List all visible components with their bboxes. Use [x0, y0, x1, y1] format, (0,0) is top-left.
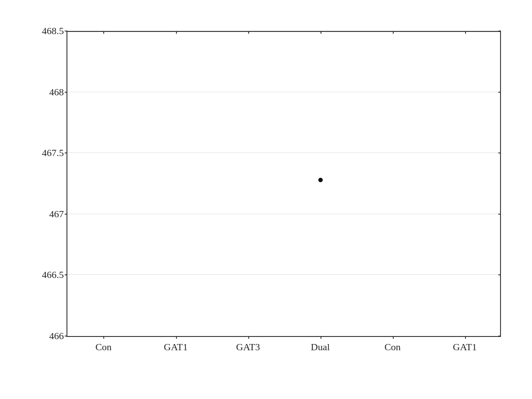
y-right-tick: [498, 153, 501, 153]
y-tick-label: 467: [49, 208, 64, 220]
chart-wrapper: 466466.5467467.5468468.5ConGAT1GAT3DualC…: [22, 18, 510, 381]
y-gridline: [67, 31, 501, 31]
x-tick-mark: [321, 336, 321, 339]
x-tick-label: Con: [95, 341, 112, 353]
y-right-tick: [498, 92, 501, 93]
x-tick-mark: [393, 336, 394, 339]
x-tick-label: GAT1: [164, 341, 188, 353]
x-top-tick: [248, 31, 249, 34]
top-border: [67, 31, 501, 32]
x-tick-label: Dual: [311, 341, 330, 353]
x-tick-label: GAT1: [453, 341, 477, 353]
x-top-tick: [321, 31, 321, 34]
x-top-tick: [465, 31, 466, 34]
x-tick-mark: [103, 336, 104, 339]
chart-container: 466466.5467467.5468468.5ConGAT1GAT3DualC…: [0, 0, 532, 399]
y-gridline: [67, 153, 501, 153]
x-tick-mark: [465, 336, 466, 339]
y-gridline: [67, 92, 501, 92]
y-right-tick: [498, 214, 501, 215]
y-tick-label: 466.5: [42, 269, 64, 281]
x-tick-mark: [248, 336, 249, 339]
y-gridline: [67, 214, 501, 214]
y-tick-mark: [65, 31, 67, 31]
y-right-tick: [498, 31, 501, 31]
y-tick-label: 466: [49, 330, 64, 342]
x-top-tick: [103, 31, 104, 34]
x-tick-label: Con: [384, 341, 401, 353]
right-border: [500, 31, 501, 336]
y-tick-label: 468: [49, 86, 64, 98]
y-tick-mark: [65, 336, 67, 336]
y-tick-mark: [65, 214, 67, 215]
y-gridline: [67, 274, 501, 275]
x-top-tick: [393, 31, 394, 34]
y-right-tick: [498, 336, 501, 336]
y-right-tick: [498, 274, 501, 275]
x-tick-mark: [176, 336, 177, 339]
y-tick-mark: [65, 274, 67, 275]
y-tick-mark: [65, 92, 67, 93]
plot-area: 466466.5467467.5468468.5ConGAT1GAT3DualC…: [66, 31, 501, 337]
y-tick-label: 467.5: [42, 147, 64, 159]
data-point: [318, 178, 323, 182]
x-top-tick: [176, 31, 177, 34]
y-tick-label: 468.5: [42, 25, 64, 37]
x-tick-label: GAT3: [236, 341, 260, 353]
y-tick-mark: [65, 153, 67, 153]
